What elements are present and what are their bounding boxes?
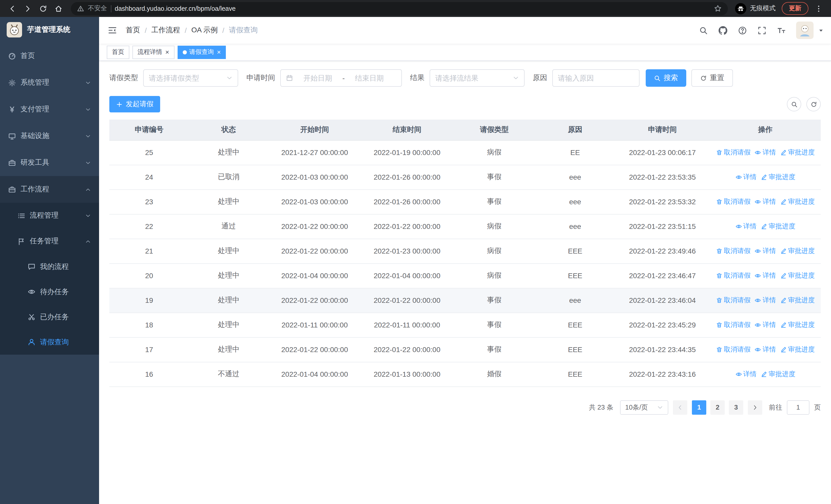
detail-link[interactable]: 详情 [755, 296, 776, 305]
avatar[interactable] [796, 22, 813, 39]
toggle-search-button[interactable] [787, 97, 801, 111]
fullscreen-icon[interactable] [753, 22, 770, 39]
breadcrumb-item[interactable]: 工作流程 [151, 26, 180, 35]
leave-type-select[interactable] [143, 69, 238, 87]
browser-home-icon[interactable] [51, 1, 66, 16]
detail-link[interactable]: 详情 [755, 246, 776, 256]
update-button[interactable]: 更新 [782, 2, 808, 15]
table-row[interactable]: 16不通过2022-01-04 00:00:002022-01-13 00:00… [109, 362, 821, 386]
result-input[interactable] [435, 74, 510, 82]
detail-link[interactable]: 详情 [735, 222, 756, 231]
tab-leave-query[interactable]: 请假查询× [177, 46, 226, 59]
header-search-icon[interactable] [694, 22, 712, 39]
tab-home[interactable]: 首页 [107, 46, 130, 59]
approval-progress-link[interactable]: 审批进度 [761, 222, 795, 231]
detail-link[interactable]: 详情 [735, 369, 756, 379]
sidebar-item-devtools[interactable]: 研发工具 [0, 149, 99, 176]
approval-progress-link[interactable]: 审批进度 [780, 296, 815, 305]
table-row[interactable]: 25处理中2021-12-27 00:00:002022-01-19 00:00… [109, 140, 821, 165]
search-icon [654, 75, 661, 81]
chevron-down-icon [85, 213, 91, 218]
approval-progress-link[interactable]: 审批进度 [780, 271, 815, 280]
sidebar-item-task-mgmt[interactable]: 任务管理 [0, 228, 99, 254]
approval-progress-link[interactable]: 审批进度 [780, 246, 815, 256]
breadcrumb-item[interactable]: 首页 [126, 26, 140, 35]
sidebar-item-process-mgmt[interactable]: 流程管理 [0, 203, 99, 228]
cancel-leave-link[interactable]: 取消请假 [716, 271, 751, 280]
approval-progress-link[interactable]: 审批进度 [780, 345, 815, 354]
browser-menu-button[interactable] [811, 1, 826, 16]
table-row[interactable]: 18处理中2022-01-11 00:00:002022-01-11 00:00… [109, 313, 821, 337]
approval-progress-link[interactable]: 审批进度 [780, 320, 815, 329]
page-size-select[interactable]: 10条/页 [620, 400, 668, 414]
apply-time-range-picker[interactable]: - [280, 69, 402, 87]
table-row[interactable]: 20处理中2022-01-04 00:00:002022-01-04 00:00… [109, 263, 821, 288]
refresh-table-button[interactable] [806, 97, 821, 111]
tab-process-detail[interactable]: 流程详情× [133, 46, 174, 59]
detail-link[interactable]: 详情 [755, 271, 776, 280]
detail-link[interactable]: 详情 [755, 320, 776, 329]
table-row[interactable]: 24已取消2022-01-03 00:00:002022-01-26 00:00… [109, 165, 821, 189]
reset-button[interactable]: 重置 [691, 69, 733, 87]
close-icon[interactable]: × [217, 49, 221, 55]
sidebar-item-todo-tasks[interactable]: 待办任务 [0, 279, 99, 304]
leave-type-input[interactable] [149, 74, 223, 82]
table-row[interactable]: 22通过2022-01-22 00:00:002022-01-22 00:00:… [109, 214, 821, 239]
sidebar-item-done-tasks[interactable]: 已办任务 [0, 304, 99, 329]
create-leave-button[interactable]: 发起请假 [109, 96, 160, 112]
sidebar-collapse-icon[interactable] [99, 17, 126, 43]
page-button-2[interactable]: 2 [710, 400, 725, 414]
table-row[interactable]: 21处理中2022-01-22 00:00:002022-01-23 00:00… [109, 239, 821, 263]
detail-link[interactable]: 详情 [755, 197, 776, 206]
search-button[interactable]: 搜索 [646, 69, 686, 87]
result-select[interactable] [430, 69, 524, 87]
cancel-leave-link[interactable]: 取消请假 [716, 320, 751, 329]
page-button-3[interactable]: 3 [729, 400, 743, 414]
approval-progress-link[interactable]: 审批进度 [761, 369, 795, 379]
table-row[interactable]: 23处理中2022-01-03 00:00:002022-01-26 00:00… [109, 189, 821, 214]
goto-page-input[interactable] [787, 400, 809, 414]
breadcrumb-item[interactable]: OA 示例 [192, 26, 218, 35]
sidebar-item-system[interactable]: 系统管理 [0, 69, 99, 96]
cancel-leave-link[interactable]: 取消请假 [716, 345, 751, 354]
app-logo-row[interactable]: 芋道管理系统 [0, 17, 99, 42]
cancel-leave-link[interactable]: 取消请假 [716, 148, 751, 157]
address-bar[interactable]: 不安全 dashboard.yudao.iocoder.cn/bpm/oa/le… [71, 2, 728, 15]
sidebar-item-infrastructure[interactable]: 基础设施 [0, 123, 99, 149]
approval-progress-link[interactable]: 审批进度 [780, 197, 815, 206]
start-date-input[interactable] [296, 74, 339, 82]
table-row[interactable]: 19处理中2022-01-22 00:00:002022-01-22 00:00… [109, 288, 821, 313]
approval-progress-link[interactable]: 审批进度 [761, 173, 795, 182]
github-icon[interactable] [714, 22, 732, 39]
help-icon[interactable] [734, 22, 751, 39]
font-size-icon[interactable] [773, 22, 790, 39]
cancel-leave-link[interactable]: 取消请假 [716, 197, 751, 206]
end-date-input[interactable] [348, 74, 391, 82]
detail-link[interactable]: 详情 [755, 148, 776, 157]
bookmark-star-icon[interactable] [714, 5, 722, 12]
url-text[interactable]: dashboard.yudao.iocoder.cn/bpm/oa/leave [115, 5, 710, 12]
sidebar-item-workflow[interactable]: 工作流程 [0, 176, 99, 203]
cell-apply: 2022-01-22 23:43:16 [615, 362, 710, 386]
cancel-leave-link[interactable]: 取消请假 [716, 246, 751, 256]
reload-icon[interactable] [36, 1, 50, 16]
reason-field[interactable] [552, 69, 639, 87]
page-button-1[interactable]: 1 [692, 400, 706, 414]
avatar-caret-icon[interactable] [818, 27, 824, 33]
forward-icon[interactable] [21, 1, 35, 16]
detail-link[interactable]: 详情 [755, 345, 776, 354]
sidebar-item-home[interactable]: 首页 [0, 42, 99, 69]
sidebar-item-leave-query[interactable]: 请假查询 [0, 329, 99, 355]
table-row[interactable]: 17处理中2022-01-22 00:00:002022-01-22 00:00… [109, 337, 821, 362]
prev-page-button[interactable] [673, 400, 687, 414]
sidebar-item-payment[interactable]: 支付管理 [0, 96, 99, 123]
approval-progress-link[interactable]: 审批进度 [780, 148, 815, 157]
sidebar-menu: 首页系统管理支付管理基础设施研发工具工作流程流程管理任务管理我的流程待办任务已办… [0, 42, 99, 504]
close-icon[interactable]: × [165, 49, 169, 55]
sidebar-item-my-process[interactable]: 我的流程 [0, 254, 99, 279]
next-page-button[interactable] [748, 400, 762, 414]
detail-link[interactable]: 详情 [735, 173, 756, 182]
back-icon[interactable] [5, 1, 20, 16]
cancel-leave-link[interactable]: 取消请假 [716, 296, 751, 305]
reason-input[interactable] [558, 74, 634, 82]
